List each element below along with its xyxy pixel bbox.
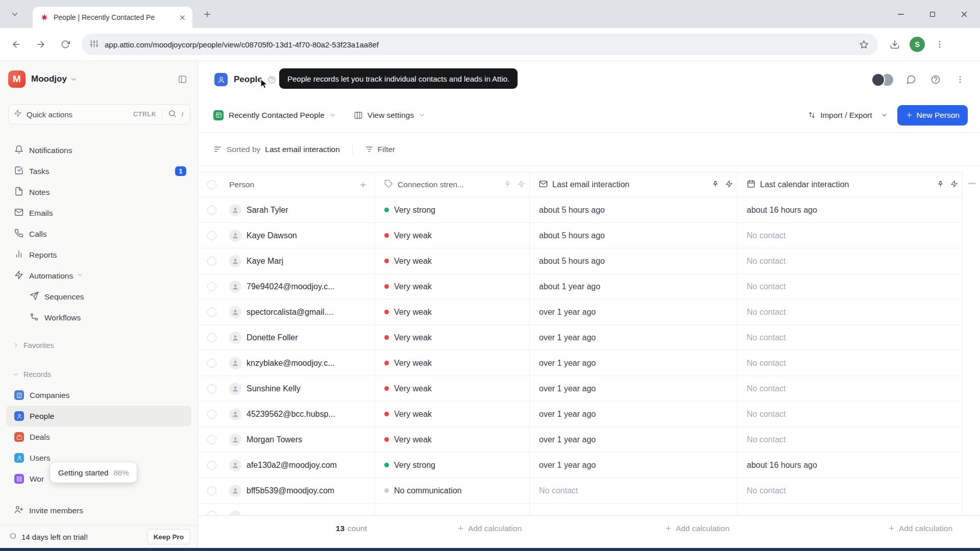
tab-close-button[interactable] bbox=[176, 11, 188, 23]
row-checkbox[interactable] bbox=[207, 333, 216, 342]
last-calendar-cell[interactable]: No contact bbox=[738, 325, 963, 350]
person-cell[interactable]: 45239562@bcc.hubsp... bbox=[225, 402, 375, 427]
add-calculation-button[interactable]: Add calculation bbox=[375, 524, 530, 533]
browser-menu-icon[interactable] bbox=[930, 35, 949, 54]
person-cell[interactable]: Sunshine Kelly bbox=[225, 376, 375, 401]
select-all-checkbox[interactable] bbox=[207, 180, 216, 189]
workspace-switcher[interactable]: M Moodjoy bbox=[8, 68, 190, 90]
table-row[interactable]: 79e94024@moodjoy.c...Very weakabout 1 ye… bbox=[198, 274, 963, 299]
connection-strength-cell[interactable]: Very weak bbox=[375, 248, 530, 273]
table-row[interactable]: Kaye DawsonVery weakabout 5 hours agoNo … bbox=[198, 223, 963, 248]
person-cell[interactable]: afe130a2@moodjoy.com bbox=[225, 453, 375, 478]
chat-icon[interactable] bbox=[903, 72, 919, 87]
row-checkbox[interactable] bbox=[207, 435, 216, 444]
last-calendar-cell[interactable]: No contact bbox=[738, 427, 963, 452]
pin-icon[interactable] bbox=[504, 180, 511, 190]
row-checkbox[interactable] bbox=[207, 308, 216, 317]
last-email-cell[interactable]: over 1 year ago bbox=[530, 299, 738, 324]
back-button[interactable] bbox=[6, 34, 27, 55]
connection-strength-cell[interactable]: Very weak bbox=[375, 402, 530, 427]
table-row[interactable]: 45239562@bcc.hubsp...Very weakover 1 yea… bbox=[198, 402, 963, 427]
import-export-button[interactable]: Import / Export bbox=[807, 111, 888, 120]
sidebar-toggle-icon[interactable] bbox=[174, 71, 190, 87]
table-row[interactable]: afe130a2@moodjoy.comVery strongover 1 ye… bbox=[198, 453, 963, 478]
connection-strength-cell[interactable]: Very weak bbox=[375, 350, 530, 375]
last-calendar-cell[interactable]: No contact bbox=[738, 248, 963, 273]
sidebar-item-emails[interactable]: Emails bbox=[6, 203, 191, 223]
connection-strength-cell[interactable]: Very weak bbox=[375, 427, 530, 452]
last-calendar-cell[interactable]: about 16 hours ago bbox=[738, 197, 963, 222]
table-row[interactable]: bff5b539@moodjoy.comNo communicationNo c… bbox=[198, 478, 963, 504]
sidebar-item-automations[interactable]: Automations bbox=[6, 265, 191, 286]
lightning-icon[interactable] bbox=[950, 180, 958, 190]
person-cell[interactable]: knzyblake@moodjoy.c... bbox=[225, 350, 375, 375]
last-email-cell[interactable]: over 1 year ago bbox=[530, 350, 738, 375]
site-info-icon[interactable] bbox=[90, 39, 99, 50]
keep-pro-button[interactable]: Keep Pro bbox=[147, 529, 190, 544]
tab-search-button[interactable] bbox=[6, 6, 23, 23]
table-row[interactable]: spectorcalista@gmail....Very weakover 1 … bbox=[198, 299, 963, 325]
window-close-button[interactable] bbox=[948, 0, 980, 28]
pin-icon[interactable] bbox=[937, 180, 944, 190]
last-email-cell[interactable]: over 1 year ago bbox=[530, 376, 738, 401]
row-checkbox[interactable] bbox=[207, 486, 216, 495]
last-calendar-cell[interactable]: No contact bbox=[738, 350, 963, 375]
person-cell[interactable]: spectorcalista@gmail.... bbox=[225, 299, 375, 324]
sidebar-item-companies[interactable]: Companies bbox=[6, 385, 191, 406]
sidebar-item-workflows[interactable]: Workflows bbox=[6, 307, 191, 328]
sidebar-item-notifications[interactable]: Notifications bbox=[6, 140, 191, 161]
connection-strength-cell[interactable]: Very weak bbox=[375, 223, 530, 248]
last-email-cell[interactable]: about 5 hours ago bbox=[530, 197, 738, 222]
lightning-icon[interactable] bbox=[725, 180, 733, 190]
sidebar-item-deals[interactable]: Deals bbox=[6, 427, 191, 447]
last-email-cell[interactable]: over 1 year ago bbox=[530, 427, 738, 452]
help-icon[interactable] bbox=[928, 72, 943, 87]
sidebar-item-tasks[interactable]: Tasks1 bbox=[6, 161, 191, 182]
window-maximize-button[interactable] bbox=[917, 0, 948, 28]
sorted-by-chip[interactable]: Sorted by Last email interaction bbox=[208, 140, 345, 159]
add-attribute-icon[interactable] bbox=[359, 181, 370, 189]
connection-strength-cell[interactable]: Very weak bbox=[375, 299, 530, 324]
table-row[interactable]: Sarah TylerVery strongabout 5 hours agoa… bbox=[198, 197, 963, 223]
new-tab-button[interactable] bbox=[199, 6, 216, 23]
bookmark-star-icon[interactable] bbox=[855, 36, 872, 53]
last-calendar-cell[interactable]: No contact bbox=[738, 223, 963, 248]
person-cell[interactable]: bff5b539@moodjoy.com bbox=[225, 478, 375, 503]
last-email-cell[interactable]: over 1 year ago bbox=[530, 453, 738, 478]
sidebar-item-sequences[interactable]: Sequences bbox=[6, 286, 191, 307]
last-email-cell[interactable]: over 1 year ago bbox=[530, 325, 738, 350]
person-cell[interactable]: 79e94024@moodjoy.c... bbox=[225, 274, 375, 299]
view-selector[interactable]: Recently Contacted People bbox=[208, 105, 341, 126]
person-cell[interactable]: Sarah Tyler bbox=[225, 197, 375, 222]
last-calendar-cell[interactable]: No contact bbox=[738, 274, 963, 299]
person-cell[interactable]: Morgan Towers bbox=[225, 427, 375, 452]
table-row[interactable]: Kaye MarjVery weakabout 5 hours agoNo co… bbox=[198, 248, 963, 274]
column-header-last-calendar[interactable]: Last calendar interaction bbox=[738, 172, 963, 197]
sidebar-item-people[interactable]: People bbox=[6, 406, 191, 427]
more-options-icon[interactable] bbox=[952, 72, 968, 87]
last-calendar-cell[interactable]: about 16 hours ago bbox=[738, 453, 963, 478]
last-email-cell[interactable]: about 1 year ago bbox=[530, 274, 738, 299]
sidebar-item-notes[interactable]: Notes bbox=[6, 182, 191, 203]
filter-button[interactable]: Filter bbox=[360, 140, 400, 159]
new-person-button[interactable]: New Person bbox=[897, 105, 968, 126]
column-header-connection-strength[interactable]: Connection stren... bbox=[375, 172, 530, 197]
sidebar-section-favorites[interactable]: Favorites bbox=[6, 335, 191, 356]
add-calculation-button[interactable]: Add calculation bbox=[530, 524, 738, 533]
view-settings-button[interactable]: View settings bbox=[349, 105, 431, 126]
connection-strength-cell[interactable]: Very strong bbox=[375, 453, 530, 478]
table-row[interactable]: Morgan TowersVery weakover 1 year agoNo … bbox=[198, 427, 963, 453]
connection-strength-cell[interactable]: Very weak bbox=[375, 274, 530, 299]
table-row[interactable]: Donette FollerVery weakover 1 year agoNo… bbox=[198, 325, 963, 350]
forward-button[interactable] bbox=[31, 34, 51, 55]
table-row[interactable]: Sunshine KellyVery weakover 1 year agoNo… bbox=[198, 376, 963, 402]
row-checkbox[interactable] bbox=[207, 206, 216, 215]
invite-members-button[interactable]: Invite members bbox=[6, 500, 191, 521]
add-calculation-button[interactable]: Add calculation bbox=[738, 524, 963, 533]
last-calendar-cell[interactable]: No contact bbox=[738, 402, 963, 427]
connection-strength-cell[interactable]: Very weak bbox=[375, 376, 530, 401]
last-email-cell[interactable]: over 1 year ago bbox=[530, 402, 738, 427]
connection-strength-cell[interactable]: Very strong bbox=[375, 197, 530, 222]
sidebar-item-calls[interactable]: Calls bbox=[6, 223, 191, 244]
connection-strength-cell[interactable]: No communication bbox=[375, 478, 530, 503]
